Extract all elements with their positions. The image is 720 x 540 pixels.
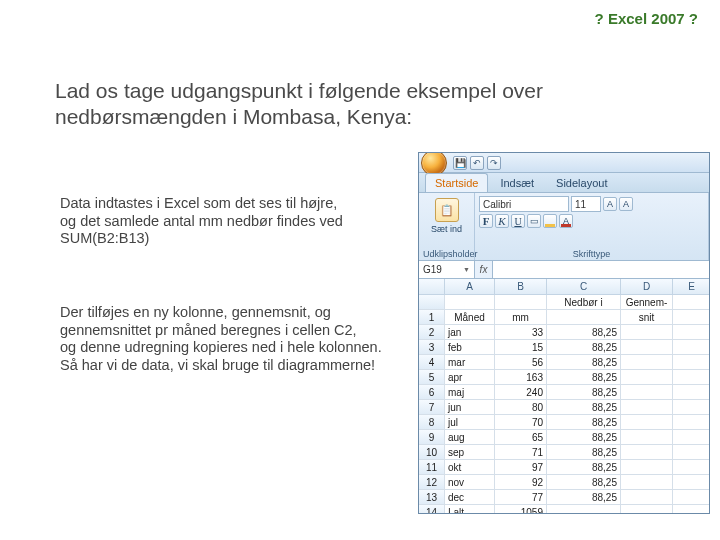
table-row: 7jun8088,25: [419, 400, 709, 415]
grow-font-icon[interactable]: A: [603, 197, 617, 211]
row-header[interactable]: 8: [419, 415, 445, 430]
spreadsheet-grid[interactable]: A B C D E Nedbør i Gennem- 1Månedmmsnit2…: [419, 279, 709, 514]
clipboard-group-label: Udklipsholder: [423, 247, 470, 259]
row-header[interactable]: 13: [419, 490, 445, 505]
shrink-font-icon[interactable]: A: [619, 197, 633, 211]
ribbon-tabs: Startside Indsæt Sidelayout: [419, 173, 709, 193]
row-header[interactable]: 11: [419, 460, 445, 475]
paste-icon: 📋: [435, 198, 459, 222]
save-icon[interactable]: 💾: [453, 156, 467, 170]
column-headers: A B C D E: [419, 279, 709, 295]
paste-label: Sæt ind: [431, 224, 462, 234]
row-header[interactable]: 12: [419, 475, 445, 490]
select-all-corner[interactable]: [419, 279, 445, 295]
row-header[interactable]: 2: [419, 325, 445, 340]
font-color-button[interactable]: A: [559, 214, 573, 228]
table-row: 14I alt1059: [419, 505, 709, 514]
underline-button[interactable]: U: [511, 214, 525, 228]
excel-screenshot: 💾 ↶ ↷ Startside Indsæt Sidelayout 📋 Sæt …: [418, 152, 710, 514]
border-button[interactable]: ▭: [527, 214, 541, 228]
chevron-down-icon: ▼: [463, 266, 470, 273]
tab-sidelayout[interactable]: Sidelayout: [546, 173, 617, 192]
table-row: 6maj24088,25: [419, 385, 709, 400]
table-row: 5apr16388,25: [419, 370, 709, 385]
row-header[interactable]: 6: [419, 385, 445, 400]
redo-icon[interactable]: ↷: [487, 156, 501, 170]
body-paragraph-1: Data indtastes i Excel som det ses til h…: [60, 195, 390, 248]
col-C[interactable]: C: [547, 279, 621, 295]
table-row: 10sep7188,25: [419, 445, 709, 460]
row-header[interactable]: 14: [419, 505, 445, 514]
office-orb-icon[interactable]: [421, 152, 447, 176]
paste-button[interactable]: 📋 Sæt ind: [423, 196, 470, 236]
formula-bar: G19▼ fx: [419, 261, 709, 279]
body-paragraph-2: Der tilføjes en ny kolonne, gennemsnit, …: [60, 304, 390, 375]
table-row: 2jan3388,25: [419, 325, 709, 340]
col-B[interactable]: B: [495, 279, 547, 295]
table-row: 11okt9788,25: [419, 460, 709, 475]
font-name-combo[interactable]: Calibri: [479, 196, 569, 212]
table-header-top: Nedbør i Gennem-: [419, 295, 709, 310]
row-header[interactable]: 9: [419, 430, 445, 445]
table-row: 9aug6588,25: [419, 430, 709, 445]
row-header[interactable]: 10: [419, 445, 445, 460]
tab-indsaet[interactable]: Indsæt: [490, 173, 544, 192]
ribbon: 📋 Sæt ind Udklipsholder Calibri 11 A A F…: [419, 193, 709, 261]
row-header[interactable]: 3: [419, 340, 445, 355]
col-E[interactable]: E: [673, 279, 710, 295]
ribbon-group-font: Calibri 11 A A F K U ▭ A Skrifttype: [475, 193, 709, 260]
page-header: ? Excel 2007 ?: [595, 10, 698, 27]
formula-input[interactable]: [493, 261, 709, 278]
font-group-label: Skrifttype: [479, 247, 704, 259]
ribbon-group-clipboard: 📋 Sæt ind Udklipsholder: [419, 193, 475, 260]
row-header[interactable]: [419, 295, 445, 310]
table-row: 8jul7088,25: [419, 415, 709, 430]
col-A[interactable]: A: [445, 279, 495, 295]
table-row: 12nov9288,25: [419, 475, 709, 490]
tab-startside[interactable]: Startside: [425, 173, 488, 192]
row-header[interactable]: 1: [419, 310, 445, 325]
slide-title: Lad os tage udgangspunkt i følgende ekse…: [55, 78, 685, 131]
bold-button[interactable]: F: [479, 214, 493, 228]
table-row: 4mar5688,25: [419, 355, 709, 370]
fx-icon[interactable]: fx: [475, 261, 493, 278]
excel-titlebar: 💾 ↶ ↷: [419, 153, 709, 173]
italic-button[interactable]: K: [495, 214, 509, 228]
name-box[interactable]: G19▼: [419, 261, 475, 278]
row-header[interactable]: 7: [419, 400, 445, 415]
fill-color-button[interactable]: [543, 214, 557, 228]
table-row: 13dec7788,25: [419, 490, 709, 505]
font-size-combo[interactable]: 11: [571, 196, 601, 212]
undo-icon[interactable]: ↶: [470, 156, 484, 170]
table-row: 3feb1588,25: [419, 340, 709, 355]
row-header[interactable]: 4: [419, 355, 445, 370]
table-row: 1Månedmmsnit: [419, 310, 709, 325]
col-D[interactable]: D: [621, 279, 673, 295]
row-header[interactable]: 5: [419, 370, 445, 385]
quick-access-toolbar: 💾 ↶ ↷: [453, 156, 501, 170]
